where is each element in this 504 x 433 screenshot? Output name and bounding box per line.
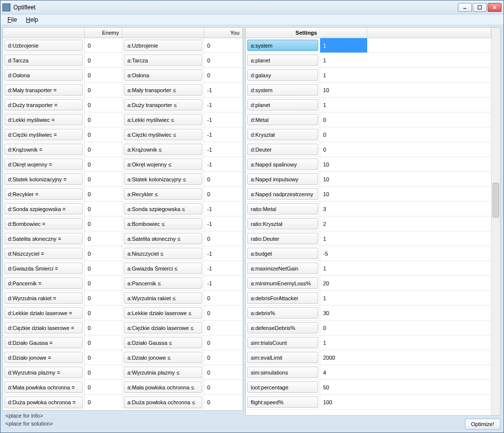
you-value[interactable]: 0 bbox=[207, 355, 210, 361]
enemy-value[interactable]: 0 bbox=[88, 399, 91, 405]
you-label-button[interactable]: a:Niszczyciel ≤ bbox=[124, 248, 202, 259]
you-label-button[interactable]: a:Krążownik ≤ bbox=[124, 144, 202, 155]
you-value[interactable]: -1 bbox=[207, 266, 212, 271]
you-value[interactable]: 0 bbox=[207, 191, 210, 197]
optimize-button[interactable]: Optimize! bbox=[465, 419, 501, 430]
you-value[interactable]: -1 bbox=[207, 117, 212, 123]
setting-key-button[interactable]: a:Napęd impulsowy bbox=[247, 173, 318, 185]
you-value[interactable]: 0 bbox=[207, 399, 210, 405]
you-label-button[interactable]: a:Recykler ≤ bbox=[124, 188, 202, 200]
enemy-label-button[interactable]: d:Niszczyciel = bbox=[4, 248, 83, 259]
enemy-value[interactable]: 0 bbox=[88, 72, 91, 78]
you-label-button[interactable]: a:Lekkie działo laserowe ≤ bbox=[124, 307, 202, 319]
enemy-label-button[interactable]: d:Okręt wojenny = bbox=[4, 159, 83, 170]
enemy-label-button[interactable]: d:Wyrzutnia rakiet = bbox=[4, 292, 83, 304]
enemy-value[interactable]: 0 bbox=[88, 280, 91, 286]
maximize-button[interactable] bbox=[473, 3, 487, 12]
setting-value[interactable]: 1 bbox=[320, 261, 367, 275]
scrollbar-thumb[interactable] bbox=[493, 183, 499, 217]
you-label-button[interactable]: a:Wyrzutnia rakiet ≤ bbox=[124, 292, 202, 304]
setting-key-button[interactable]: a:debris% bbox=[247, 307, 318, 319]
enemy-label-button[interactable]: d:Pancernik = bbox=[4, 277, 83, 289]
setting-value[interactable]: 10 bbox=[320, 172, 367, 186]
setting-key-button[interactable]: a:maximizeNetGain bbox=[247, 263, 318, 274]
col-you-label[interactable] bbox=[122, 28, 204, 38]
enemy-label-button[interactable]: d:Sonda szpiegowska = bbox=[4, 203, 83, 215]
you-value[interactable]: 0 bbox=[207, 325, 210, 331]
enemy-value[interactable]: 0 bbox=[88, 132, 91, 138]
you-value[interactable]: 0 bbox=[207, 384, 210, 390]
menu-help[interactable]: Help bbox=[22, 15, 42, 24]
enemy-value[interactable]: 0 bbox=[88, 251, 91, 257]
enemy-label-button[interactable]: d:Duży transporter = bbox=[4, 99, 83, 110]
you-value[interactable]: 0 bbox=[207, 370, 210, 376]
setting-value[interactable]: 0 bbox=[320, 321, 367, 335]
enemy-label-button[interactable]: d:Działo jonowe = bbox=[4, 352, 83, 363]
col-enemy-value[interactable]: Enemy bbox=[85, 28, 122, 38]
you-label-button[interactable]: a:Działo Gaussa ≤ bbox=[124, 337, 202, 348]
settings-scrollbar[interactable] bbox=[491, 28, 500, 415]
setting-value[interactable]: -5 bbox=[320, 246, 367, 261]
enemy-value[interactable]: 0 bbox=[88, 384, 91, 390]
setting-value[interactable]: 50 bbox=[320, 380, 367, 394]
enemy-value[interactable]: 0 bbox=[88, 43, 91, 49]
you-label-button[interactable]: a:Uzbrojenie bbox=[124, 40, 202, 51]
setting-value[interactable]: 4 bbox=[320, 365, 367, 379]
setting-value[interactable]: 10 bbox=[320, 187, 367, 201]
enemy-value[interactable]: 0 bbox=[88, 87, 91, 93]
setting-key-button[interactable]: a:system bbox=[247, 40, 318, 51]
setting-value[interactable]: 2 bbox=[320, 216, 367, 231]
enemy-value[interactable]: 0 bbox=[88, 236, 91, 242]
you-value[interactable]: -1 bbox=[207, 162, 212, 167]
enemy-value[interactable]: 0 bbox=[88, 221, 91, 227]
col-settings-empty[interactable] bbox=[367, 28, 491, 38]
enemy-label-button[interactable]: d:Gwiazda Śmierci = bbox=[4, 263, 83, 274]
setting-value[interactable]: 0 bbox=[320, 142, 367, 157]
setting-value[interactable]: 1 bbox=[320, 68, 367, 82]
setting-key-button[interactable]: a:minimumEnemyLoss% bbox=[247, 277, 318, 289]
setting-value[interactable]: 10 bbox=[320, 157, 367, 171]
enemy-label-button[interactable]: d:Lekkie działo laserowe = bbox=[4, 307, 83, 319]
you-value[interactable]: -1 bbox=[207, 280, 212, 286]
setting-key-button[interactable]: a:defenseDebris% bbox=[247, 322, 318, 333]
setting-value[interactable]: 0 bbox=[320, 127, 367, 142]
enemy-label-button[interactable]: d:Statek kolonizacyjny = bbox=[4, 173, 83, 185]
enemy-label-button[interactable]: d:Ciężki myśliwiec = bbox=[4, 129, 83, 140]
setting-key-button[interactable]: ratio:Metal bbox=[247, 203, 318, 215]
enemy-value[interactable]: 0 bbox=[88, 147, 91, 153]
setting-key-button[interactable]: a:Napęd spalinowy bbox=[247, 159, 318, 170]
enemy-label-button[interactable]: d:Wyrzutnia plazmy = bbox=[4, 367, 83, 378]
enemy-value[interactable]: 0 bbox=[88, 295, 91, 301]
you-label-button[interactable]: a:Statek kolonizacyjny ≤ bbox=[124, 173, 202, 185]
setting-value[interactable]: 0 bbox=[320, 112, 367, 127]
enemy-label-button[interactable]: d:Mała powłoka ochronna = bbox=[4, 381, 83, 393]
you-value[interactable]: 0 bbox=[207, 176, 210, 182]
setting-key-button[interactable]: sim:simulations bbox=[247, 367, 318, 378]
you-value[interactable]: -1 bbox=[207, 221, 212, 227]
setting-key-button[interactable]: a:planet bbox=[247, 54, 318, 66]
you-label-button[interactable]: a:Bombowiec ≤ bbox=[124, 218, 202, 229]
enemy-value[interactable]: 0 bbox=[88, 206, 91, 212]
you-label-button[interactable]: a:Sonda szpiegowska ≤ bbox=[124, 203, 202, 215]
minimize-button[interactable] bbox=[458, 3, 472, 12]
col-you-value[interactable]: You bbox=[204, 28, 243, 38]
setting-key-button[interactable]: a:budget bbox=[247, 248, 318, 259]
enemy-label-button[interactable]: d:Ciężkie działo laserowe = bbox=[4, 322, 83, 333]
setting-value[interactable]: 2000 bbox=[320, 350, 367, 365]
enemy-label-button[interactable]: d:Tarcza bbox=[4, 54, 83, 66]
you-value[interactable]: 0 bbox=[207, 295, 210, 301]
you-label-button[interactable]: a:Osłona bbox=[124, 69, 202, 81]
enemy-label-button[interactable]: d:Lekki myśliwiec = bbox=[4, 114, 83, 125]
enemy-label-button[interactable]: d:Bombowiec = bbox=[4, 218, 83, 229]
setting-value[interactable]: 1 bbox=[320, 335, 367, 350]
enemy-value[interactable]: 0 bbox=[88, 162, 91, 167]
setting-key-button[interactable]: flight:speed% bbox=[247, 396, 318, 408]
you-label-button[interactable]: a:Ciężki myśliwiec ≤ bbox=[124, 129, 202, 140]
you-label-button[interactable]: a:Gwiazda Śmierci ≤ bbox=[124, 263, 202, 274]
you-value[interactable]: -1 bbox=[207, 87, 212, 93]
you-label-button[interactable]: a:Duża powłoka ochronna ≤ bbox=[124, 396, 202, 408]
col-settings[interactable]: Settings bbox=[246, 28, 367, 38]
you-label-button[interactable]: a:Mały transporter ≤ bbox=[124, 84, 202, 96]
you-value[interactable]: -1 bbox=[207, 251, 212, 257]
you-label-button[interactable]: a:Satelita słoneczny ≤ bbox=[124, 233, 202, 244]
